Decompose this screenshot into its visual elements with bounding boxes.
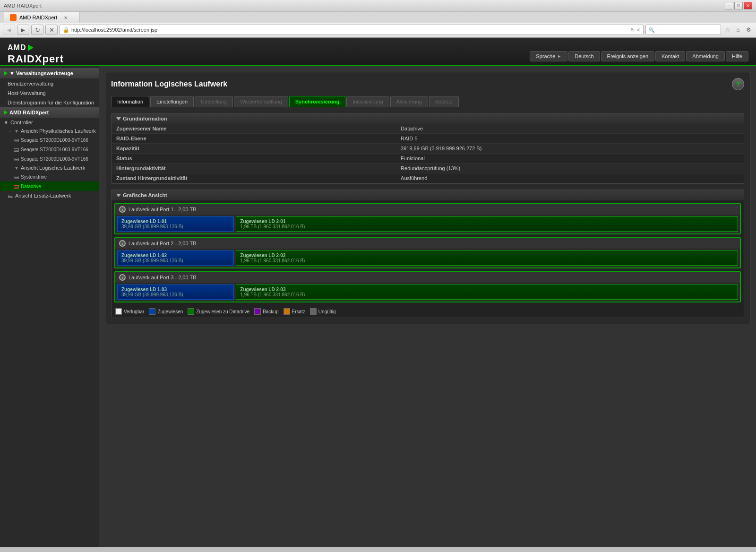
forward-button[interactable]: ► [17, 25, 29, 35]
legend-backup: Backup [254, 308, 278, 315]
tab-close-button[interactable]: ✕ [64, 15, 68, 20]
hdd-icon-2: 🖴 [13, 146, 19, 153]
browser-titlebar: AMD RAIDXpert ─ □ ✕ [0, 0, 756, 12]
tab-synchronisierung[interactable]: Synchronisierung [289, 96, 346, 107]
sidebar-amd-header[interactable]: AMD RAIDXpert [0, 107, 99, 118]
datadrive-label: Datadrive [21, 184, 41, 189]
partition-1-03-label: Zugewiesen LD 1-03 [121, 287, 230, 292]
partition-1-01-size: 39,99 GB (39.999.963.136 B) [121, 224, 230, 229]
drive-1-header: ● Laufwerk auf Port 1 - 2,00 TB [115, 204, 740, 215]
graphic-header[interactable]: Grafische Ansicht [112, 190, 744, 200]
hdd-icon-1: 🖴 [13, 137, 19, 143]
info-value-zustand: Ausführend [396, 173, 744, 183]
controller-label: Controller [10, 120, 33, 125]
legend-color-purple [254, 308, 261, 315]
drive-3-label: Laufwerk auf Port 3 - 2,00 TB [129, 275, 196, 280]
host-label: Host-Verwaltung [8, 90, 46, 96]
address-refresh-icon[interactable]: ↻ [631, 27, 635, 33]
legend-ersatz-label: Ersatz [292, 309, 305, 314]
tab-backup[interactable]: Backup [429, 96, 459, 107]
partition-2-01-size: 1,96 TB (1.960.331.862.016 B) [240, 224, 734, 229]
ersatz-icon: 🖴 [8, 192, 13, 199]
address-text: http://localhost:25902/amd/screen.jsp [71, 27, 629, 33]
legend-zugewiesen: Zugewiesen [149, 308, 183, 315]
partition-2-02: Zugewiesen LD 2-02 1,96 TB (1.960.331.86… [236, 250, 738, 266]
info-label-zustand: Zustand Hintergrundaktivität [112, 173, 396, 183]
minimize-button[interactable]: ─ [725, 2, 733, 9]
amd-section-label: AMD RAIDXpert [9, 110, 49, 115]
systemdrive-icon: 🖴 [13, 173, 19, 180]
address-bar[interactable]: 🔒 http://localhost:25902/amd/screen.jsp … [60, 25, 644, 35]
physical-label: Ansicht Physikalisches Laufwerk [21, 128, 96, 134]
grundinfo-header[interactable]: Grundinformation [112, 113, 744, 124]
sidebar-item-dienstprogramm[interactable]: Dienstprogramm für die Konfiguration [0, 98, 99, 107]
browser-tab[interactable]: AMD RAIDXpert ✕ [4, 12, 79, 23]
app-container: AMD RAIDXpert Sprache ► Deutsch Ereignis… [0, 38, 756, 547]
tab-wiederherstellung[interactable]: Wiederherstellung [234, 96, 288, 107]
drive-2-partitions: Zugewiesen LD 1-02 39,99 GB (39.999.963.… [115, 249, 740, 267]
drive-3-header: ● Laufwerk auf Port 3 - 2,00 TB [115, 272, 740, 283]
drive-1-label: Laufwerk auf Port 1 - 2,00 TB [129, 207, 196, 212]
sidebar-item-ersatz[interactable]: 🖴 Ansicht Ersatz-Laufwerk [0, 191, 99, 200]
seagate-3-label: Seagate ST2000DL003-9VT166 [21, 156, 88, 162]
sidebar-item-controller[interactable]: ■ Controller [0, 118, 99, 127]
main-layout: ▼ Verwaltungswerkzeuge Benutzerverwaltun… [0, 66, 756, 547]
search-input[interactable] [656, 27, 718, 33]
tab-information[interactable]: Information [111, 96, 149, 107]
drive-row-3: ● Laufwerk auf Port 3 - 2,00 TB Zugewies… [114, 271, 741, 302]
back-button[interactable]: ◄ [3, 25, 15, 35]
app-logo: AMD RAIDXpert [8, 43, 64, 65]
sidebar-item-physical[interactable]: ─ ▼ Ansicht Physikalisches Laufwerk [0, 127, 99, 135]
triangle-icon [4, 71, 8, 76]
graphic-label: Grafische Ansicht [123, 192, 167, 198]
sidebar-item-seagate-2[interactable]: 🖴 Seagate ST2000DL003-9VT166 [0, 145, 99, 154]
restore-button[interactable]: □ [734, 2, 743, 9]
deutsch-button[interactable]: Deutsch [568, 51, 600, 61]
search-bar[interactable]: 🔍 [645, 25, 721, 35]
address-stop-icon[interactable]: ✕ [636, 27, 640, 33]
tab-favicon [10, 14, 17, 21]
lock-icon: 🔒 [63, 27, 69, 33]
tab-umstellung[interactable]: Umstellung [195, 96, 233, 107]
stop-button[interactable]: ✕ [45, 25, 58, 35]
tab-einstellungen[interactable]: Einstellungen [150, 96, 194, 107]
sidebar-item-host[interactable]: Host-Verwaltung [0, 88, 99, 98]
kontakt-button[interactable]: Kontakt [655, 51, 685, 61]
sidebar-item-seagate-3[interactable]: 🖴 Seagate ST2000DL003-9VT166 [0, 154, 99, 164]
sidebar-item-seagate-1[interactable]: 🖴 Seagate ST2000DL003-9VT166 [0, 135, 99, 145]
app-nav: Sprache ► Deutsch Ereignis anzeigen Kont… [530, 51, 748, 65]
partition-1-02-label: Zugewiesen LD 1-02 [121, 253, 230, 258]
settings-icon[interactable]: ⚙ [744, 25, 753, 34]
home-icon[interactable]: ⌂ [733, 25, 743, 34]
tab-label: AMD RAIDXpert [19, 15, 57, 20]
sidebar-item-systemdrive[interactable]: 🖴 Systemdrive [0, 172, 99, 181]
expand-icon: ─ [8, 129, 12, 133]
legend: Verfügbar Zugewiesen Zugewiesen zu Datad… [112, 305, 744, 318]
ersatz-label: Ansicht Ersatz-Laufwerk [15, 193, 71, 198]
ereignis-button[interactable]: Ereignis anzeigen [601, 51, 654, 61]
sprache-button[interactable]: Sprache ► [530, 51, 567, 61]
tab-aktivierung[interactable]: Aktivierung [390, 96, 428, 107]
refresh-button[interactable]: ↻ [31, 25, 43, 35]
sidebar-item-logical[interactable]: ─ ▼ Ansicht Logisches Laufwerk [0, 164, 99, 172]
legend-ersatz: Ersatz [284, 308, 305, 315]
sidebar-verwaltung-header[interactable]: ▼ Verwaltungswerkzeuge [0, 68, 99, 78]
browser-toolbar: ◄ ► ↻ ✕ 🔒 http://localhost:25902/amd/scr… [0, 23, 756, 37]
tab-initialisierung[interactable]: Initialisierung [346, 96, 389, 107]
kontakt-label: Kontakt [662, 53, 679, 59]
seagate-1-label: Seagate ST2000DL003-9VT166 [21, 138, 88, 143]
abmeldung-button[interactable]: Abmeldung [686, 51, 725, 61]
panel-title: Information Logisches Laufwerk [111, 80, 227, 88]
expand-icon: ■ [4, 120, 9, 125]
legend-color-orange [284, 308, 290, 315]
sprache-label: Sprache [536, 53, 555, 59]
close-button[interactable]: ✕ [744, 2, 752, 9]
sidebar-item-benutzerverwaltung[interactable]: Benutzerverwaltung [0, 79, 99, 88]
help-button[interactable]: ? [732, 78, 744, 90]
drive-2-header: ● Laufwerk auf Port 2 - 2,00 TB [115, 238, 740, 249]
sidebar-item-datadrive[interactable]: 🖴 Datadrive [0, 181, 99, 191]
info-value-status: Funktional [396, 154, 744, 164]
app-title: RAIDXpert [8, 53, 64, 65]
hilfe-button[interactable]: Hilfe [726, 51, 748, 61]
star-icon[interactable]: ☆ [723, 25, 732, 34]
